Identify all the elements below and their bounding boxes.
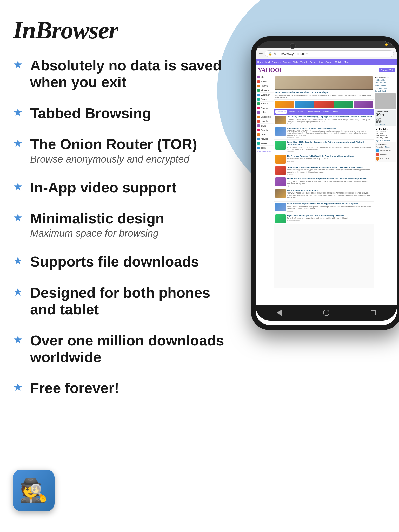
nav-answers[interactable]: Answers [272,61,281,63]
news-snippet-5: During the 21st annual Screen Actor's Gu… [287,181,373,185]
hamburger-icon[interactable]: ☰ [259,51,263,57]
sidebar-item-autos[interactable]: Autos [256,97,274,102]
star-icon-5: ★ [13,211,23,224]
weather-low: 37° [379,121,382,123]
sidebar-dot-weather [257,94,260,96]
sidebar-item-travel[interactable]: Travel [256,141,274,146]
browser-chrome: ☰ 🔒 https://www.yahoo.com [256,48,397,59]
sidebar-item-dating[interactable]: Dating [256,106,274,110]
score-row-1: Orlando... [376,153,395,156]
nav-home[interactable]: Home [257,61,263,63]
portfolio-title: My Portfolio [376,128,395,130]
sidebar-dot-news [257,80,260,83]
trending-item-4[interactable]: Sarah Hyland [375,90,396,92]
carousel-thumb-4[interactable] [334,101,353,108]
carousel-thumb-1[interactable] [275,101,294,108]
nav-flickr[interactable]: Flickr [293,61,298,63]
trending-item-1[interactable]: Miss Jamaica [375,82,396,84]
tab-entertainment[interactable]: Entertainment [306,110,321,114]
nav-mail[interactable]: Mail [265,61,270,63]
recents-button[interactable] [369,308,378,317]
carousel-thumb-5[interactable] [354,101,373,108]
news-text-6: Arizona baby born without eyes Nearly tw… [287,189,373,201]
carousel-thumb-2[interactable] [295,101,314,108]
news-text-8: Taylor Swift shares photos from tropical… [287,214,348,223]
nav-mobile[interactable]: Mobile [335,61,342,63]
news-snippet-1: WHITE PLAINS, N.Y. (AP) -- A confounding… [287,130,373,137]
phone-mockup: ⚡ ▪ ☰ 🔒 https://www.yahoo.com Home Mail … [251,36,399,338]
sidebar-item-food[interactable]: Food [256,132,274,137]
sidebar-label-travel: Travel [261,142,267,145]
sidebar-dot-food [257,133,260,136]
scoreboard-tab-today[interactable]: Today [385,146,390,148]
sidebar-dot-beauty [257,129,260,131]
news-source-3: MotleyFool [287,160,354,162]
address-bar[interactable]: 🔒 https://www.yahoo.com [265,50,394,57]
news-headline-2: Super Bowl 2015: Brandon Browner tells P… [287,141,373,146]
tab-all-stories[interactable]: All Stories [275,110,287,114]
sidebar-item-sports[interactable]: Sports [256,84,274,88]
news-item-3[interactable]: The Average American's Net Worth By Age:… [274,154,374,165]
trending-item-3[interactable]: Candace Cam [375,87,396,89]
phone-camera [290,43,296,49]
scoreboard-tab-yesterday[interactable]: Yesterday [376,146,384,148]
carousel-thumb-3[interactable] [314,101,333,108]
news-item-6[interactable]: Arizona baby born without eyes Nearly tw… [274,188,374,202]
weather-see-more[interactable]: See more » [376,123,395,125]
news-thumb-8 [275,214,286,223]
nav-groups[interactable]: Groups [283,61,291,63]
news-item-8[interactable]: Taylor Swift shares photos from tropical… [274,213,374,224]
news-source-4: SB Nation [287,174,373,175]
news-text-5: Emma Stone's face after she tripped Naom… [287,177,373,187]
nav-screen[interactable]: Screen [325,61,333,63]
star-icon-2: ★ [13,106,23,119]
sidebar-item-beauty[interactable]: Beauty [256,128,274,132]
news-item-5[interactable]: Emma Stone's face after she tripped Naom… [274,176,374,188]
sidebar-item-jobs[interactable]: Jobs [256,110,274,115]
tab-local[interactable]: Local [297,110,304,114]
news-snippet-8: Taylor Swift has shared several photos f… [287,217,348,219]
tab-sports[interactable]: Sports [322,110,330,114]
sidebar-item-finance[interactable]: Finance [256,88,274,93]
news-item-7[interactable]: Adam Vinatieri says no kicker will be ha… [274,202,374,213]
sidebar-item-shopping[interactable]: Shopping [256,115,274,119]
home-button[interactable] [322,308,331,317]
sidebar-item-movies[interactable]: Movies [256,137,274,141]
sidebar-item-news[interactable]: News [256,79,274,84]
sidebar-item-homes[interactable]: Homes [256,102,274,106]
sidebar-item-mail[interactable]: Mail [256,75,274,79]
news-headline-5: Emma Stone's face after she tripped Naom… [287,177,373,180]
sidebar-item-weather[interactable]: Weather [256,93,274,97]
yahoo-search-button[interactable]: Search Web [379,68,395,72]
feature-video-title: In-App video support [30,179,176,196]
nav-tumblr[interactable]: Tumblr [300,61,308,63]
trending-item-0[interactable]: Lori Loughlin [375,79,396,81]
nav-live[interactable]: Live [319,61,324,63]
tab-news[interactable]: News [288,110,296,114]
news-item-2[interactable]: Super Bowl 2015: Brandon Browner tells P… [274,140,374,154]
sidebar-item-health[interactable]: Health [256,119,274,124]
yahoo-content-area: Five reasons why women cheat in relation… [274,75,374,288]
weather-high-low: 39° 37° [376,121,395,123]
news-snippet-7: Adam Vinatieri missed two extra points S… [287,206,373,210]
sidebar-dot-dating [257,107,260,109]
hero-overlay [275,89,373,90]
nav-games[interactable]: Games [310,61,317,63]
back-button[interactable] [275,308,284,317]
news-item-1[interactable]: Mom on trial accused of killing 5-year-o… [274,126,374,140]
featured-article-title[interactable]: Five reasons why women cheat in relation… [275,91,373,94]
portfolio-sign-in[interactable]: Sign in to add sto... [376,139,395,141]
news-headline-8: Taylor Swift shares photos from tropical… [287,214,348,217]
news-item-4[interactable]: EA comes up with an ingeniously sleazy n… [274,165,374,176]
yahoo-main-layout: Mail News Sports Finance [256,75,397,288]
news-headline-1: Mom on trial accused of killing 5-year-o… [287,127,373,130]
tab-more[interactable]: More [332,110,339,114]
sidebar-item-tech[interactable]: Tech [256,146,274,150]
news-item-0[interactable]: Bill Cosby Accused of Drugging, Raping F… [274,115,374,126]
nav-more[interactable]: More [344,61,349,63]
sidebar-item-style[interactable]: Style [256,124,274,128]
trending-item-2[interactable]: Mandy Moore [375,85,396,87]
portfolio-row-dowjones: Dow Jones In... [376,135,395,137]
more-yahoo-link[interactable]: More Yahoo Sites > [256,150,274,153]
news-thumb-7 [275,203,286,211]
